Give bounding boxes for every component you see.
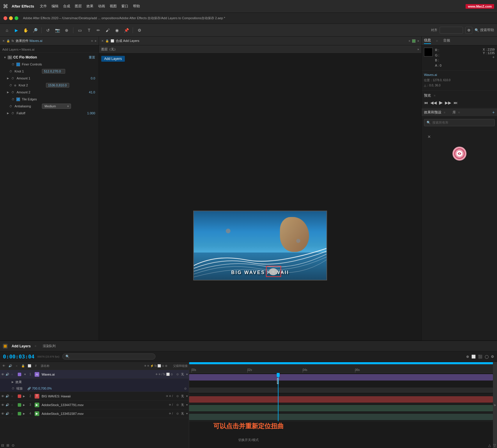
- motion-blur-tl-icon[interactable]: ⬛: [478, 355, 482, 359]
- menu-effect[interactable]: 效果: [86, 4, 93, 9]
- tile-edges-checkbox[interactable]: ✓: [16, 97, 20, 101]
- track-2-parent-chevron[interactable]: ▾: [186, 394, 188, 398]
- zoom-tool[interactable]: 🔎: [31, 26, 39, 34]
- anchor-point-2[interactable]: [296, 239, 300, 243]
- timeline-menu-icon[interactable]: ≡: [35, 344, 36, 348]
- add-layers-btn[interactable]: Add Layers: [101, 56, 125, 62]
- solo-switches-icon[interactable]: ⊕: [466, 355, 469, 359]
- comp-expand-icon[interactable]: »: [417, 39, 419, 42]
- menu-layer[interactable]: 图层: [75, 4, 82, 9]
- play-btn[interactable]: ▶: [439, 100, 443, 105]
- panel-close-icon[interactable]: ✕: [2, 39, 5, 42]
- frame-fwd-btn[interactable]: ▶▶: [445, 100, 451, 105]
- brush-tool[interactable]: 🖌: [104, 26, 112, 34]
- layer-handle-icon[interactable]: ⚙: [269, 268, 278, 275]
- track-3-audio[interactable]: 🔊: [6, 403, 10, 406]
- search-help-label[interactable]: 搜索帮助: [480, 28, 494, 33]
- antialiasing-dropdown[interactable]: Medium: [42, 104, 71, 109]
- falloff-chevron[interactable]: ▶: [7, 112, 9, 115]
- step-fwd-btn[interactable]: ⏭: [454, 100, 458, 105]
- track-2-eye[interactable]: 👁: [1, 394, 4, 398]
- timeline-scrollbar-thumb-top[interactable]: [189, 362, 497, 364]
- layer-options-icon[interactable]: »: [417, 48, 419, 51]
- effects-search-box[interactable]: 🔍 搜索所有库: [424, 119, 495, 126]
- anchor-point-1[interactable]: [226, 229, 230, 233]
- track-2-solo[interactable]: ○: [11, 395, 16, 398]
- menu-file[interactable]: 文件: [40, 4, 47, 9]
- track-3-eye[interactable]: 👁: [1, 403, 4, 407]
- search-timeline-box[interactable]: 🔍: [62, 353, 155, 360]
- amount1-value[interactable]: 0.0: [91, 77, 95, 80]
- menu-edit[interactable]: 编辑: [52, 4, 58, 9]
- timeline-playhead[interactable]: [278, 373, 278, 421]
- effects-chevron[interactable]: ▶: [12, 381, 14, 383]
- track-1-audio[interactable]: 🔊: [6, 373, 10, 376]
- menu-animation[interactable]: 动画: [98, 4, 105, 9]
- text-tool[interactable]: T: [85, 26, 93, 34]
- frame-blending-icon[interactable]: ⬜: [471, 355, 476, 359]
- track-4-chevron[interactable]: ▶: [23, 412, 27, 415]
- track-3-chevron[interactable]: ▶: [23, 403, 27, 406]
- amount2-chevron[interactable]: ▶: [7, 91, 9, 94]
- shrink-timeline-icon[interactable]: ▽: [493, 443, 496, 447]
- tab-info[interactable]: 信息: [424, 38, 431, 44]
- viewer-icon[interactable]: ⊞: [6, 443, 9, 447]
- track-2-audio[interactable]: 🔊: [6, 394, 10, 398]
- shape-tool[interactable]: ▭: [76, 26, 84, 34]
- amount1-chevron[interactable]: ▶: [7, 77, 9, 80]
- maximize-button[interactable]: [15, 16, 18, 20]
- camera-tool[interactable]: 📷: [53, 26, 61, 34]
- home-button[interactable]: ⌂: [3, 26, 11, 34]
- track-1-bar[interactable]: [189, 374, 493, 381]
- fx-chevron[interactable]: ▼: [3, 56, 6, 59]
- close-cloud-icon[interactable]: ✕: [427, 134, 431, 139]
- panel-expand-icon[interactable]: »: [95, 39, 96, 42]
- add-effect-btn[interactable]: +: [492, 110, 495, 115]
- color-swatch[interactable]: [424, 48, 433, 56]
- hand-tool[interactable]: ✋: [22, 26, 30, 34]
- comp-menu-icon[interactable]: ≡: [409, 39, 411, 42]
- scale-value[interactable]: 700.0,700.0%: [32, 387, 52, 390]
- fx-reset-btn[interactable]: 重置: [89, 55, 95, 60]
- draft-mode-icon[interactable]: ◯: [485, 355, 489, 359]
- track-4-parent-chevron[interactable]: ▾: [186, 412, 188, 415]
- expand-timeline-icon[interactable]: △: [488, 443, 491, 447]
- step-back-btn[interactable]: ⏮: [424, 100, 428, 105]
- track-1-solo[interactable]: ○: [11, 373, 16, 376]
- render-queue-btn[interactable]: 渲染队列: [43, 344, 56, 348]
- timeline-settings-icon[interactable]: ⚙: [491, 355, 494, 359]
- track-2-bar[interactable]: [189, 396, 493, 403]
- amount2-value[interactable]: 41.0: [89, 90, 95, 94]
- comp-lock-icon[interactable]: 🔒: [105, 39, 109, 42]
- tab-audio[interactable]: 音频: [443, 38, 450, 44]
- stamp-tool[interactable]: ◉: [113, 26, 121, 34]
- falloff-value[interactable]: 1.000: [87, 111, 95, 115]
- finer-controls-checkbox[interactable]: [16, 63, 20, 66]
- align-controls[interactable]: [440, 27, 463, 34]
- pin-tool[interactable]: 📌: [122, 26, 130, 34]
- rotate-tool[interactable]: ↺: [44, 26, 52, 34]
- track-1-chevron[interactable]: ▼: [23, 373, 27, 376]
- frame-back-btn[interactable]: ◀◀: [430, 100, 437, 105]
- search-icon[interactable]: 🔍: [475, 28, 479, 32]
- minimize-button[interactable]: [9, 16, 13, 20]
- arrow-tool[interactable]: ▶: [12, 26, 20, 34]
- track-4-audio[interactable]: 🔊: [6, 412, 10, 415]
- pen-tool[interactable]: ✏: [94, 26, 102, 34]
- track-4-bar[interactable]: [189, 414, 493, 420]
- comp-close-icon[interactable]: ✕: [101, 39, 104, 42]
- solo-icon[interactable]: ⊙: [12, 443, 15, 447]
- track-3-bar[interactable]: [189, 405, 493, 411]
- menu-window[interactable]: 窗口: [121, 4, 128, 9]
- main-timecode[interactable]: 0:00:03:04: [3, 353, 34, 360]
- panel-lock-icon[interactable]: 🔒: [6, 39, 10, 42]
- axis-tool[interactable]: ⊕: [63, 26, 71, 34]
- knot2-value[interactable]: 1536.0,810.0: [46, 83, 69, 88]
- track-1-eye[interactable]: 👁: [1, 373, 4, 376]
- menu-view[interactable]: 视图: [110, 4, 117, 9]
- puppet-tool[interactable]: ⚙: [135, 26, 143, 34]
- apple-icon[interactable]: ⌘: [3, 3, 8, 10]
- knot1-value[interactable]: 512.0,270.0: [42, 69, 65, 74]
- timeline-scrollbar-top[interactable]: [189, 362, 497, 365]
- menu-composition[interactable]: 合成: [63, 4, 70, 9]
